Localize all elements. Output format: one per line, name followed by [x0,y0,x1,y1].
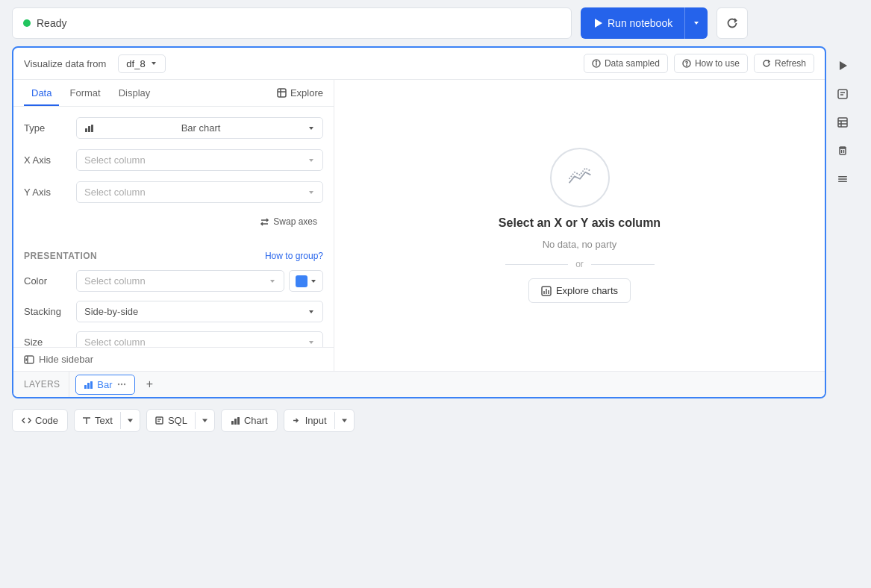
how-to-use-button[interactable]: How to use [674,54,748,73]
svg-rect-28 [87,383,90,389]
input-caret-icon [341,417,348,424]
color-row: Color Select column [24,270,323,292]
stacking-caret-icon [307,308,315,316]
sql-label: SQL [168,415,187,426]
run-button-main[interactable]: Run notebook [581,17,684,29]
code-button[interactable]: Code [12,409,68,432]
caret-down-icon [693,19,700,27]
svg-marker-0 [595,19,602,28]
trash-icon [837,145,849,157]
text-panel-icon [837,88,849,100]
text-button[interactable]: Text [75,410,120,431]
svg-marker-19 [309,310,313,313]
size-select[interactable]: Select column [76,331,323,347]
divider-line-left [505,264,569,265]
text-dropdown-button[interactable] [120,412,140,429]
how-to-group-link[interactable]: How to group? [265,251,323,261]
cell-tabs-bar: LAYERS Bar + [13,371,825,397]
chart-button[interactable]: Chart [221,409,278,432]
x-axis-row: X Axis Select column [24,149,323,171]
stacking-label: Stacking [24,306,69,317]
run-button-label: Run notebook [608,17,672,29]
svg-point-30 [117,384,119,385]
color-swatch-button[interactable] [289,270,323,292]
type-label: Type [24,122,69,134]
x-axis-select[interactable]: Select column [76,149,323,171]
table-panel-button[interactable] [831,110,855,134]
svg-rect-8 [278,89,286,97]
run-panel-button[interactable] [831,54,855,78]
swap-axes-button[interactable]: Swap axes [254,213,323,230]
visualize-label: Visualize data from [24,58,106,69]
trend-icon [566,164,593,191]
chart-divider: or [505,259,655,269]
svg-point-7 [687,65,687,66]
bar-layer-tab[interactable]: Bar [75,375,134,395]
size-row: Size Select column [24,331,323,347]
text-panel-button[interactable] [831,82,855,106]
sql-icon [154,416,164,425]
sql-dropdown-button[interactable] [195,412,214,429]
swap-axes-label: Swap axes [273,216,317,227]
refresh-small-icon [762,59,771,68]
code-label: Code [35,415,58,426]
presentation-section: PRESENTATION How to group? Color Select … [24,251,323,347]
stacking-value: Side-by-side [84,306,138,317]
input-dropdown-button[interactable] [334,412,354,429]
sql-button[interactable]: SQL [147,410,195,431]
color-select-group: Select column [76,270,323,292]
question-icon [682,59,691,68]
svg-rect-46 [838,181,847,183]
svg-marker-14 [309,127,313,130]
input-button[interactable]: Input [284,410,334,431]
presentation-title: PRESENTATION [24,251,97,261]
play-icon [593,18,603,28]
input-icon [292,416,302,425]
layers-label: LAYERS [24,372,69,397]
add-layer-button[interactable]: + [140,374,160,395]
data-sampled-label: Data sampled [605,58,660,69]
hide-sidebar-button[interactable]: Hide sidebar [13,347,334,371]
df-select[interactable]: df_8 [118,54,165,73]
svg-rect-27 [84,385,87,389]
bar-layer-menu-icon[interactable] [116,379,127,390]
explore-charts-button[interactable]: Explore charts [528,278,631,303]
svg-marker-17 [270,280,275,283]
bottom-toolbar: Code Text SQL [0,398,871,442]
run-button-caret[interactable] [685,19,708,27]
color-placeholder: Select column [84,275,146,287]
bar-chart-icon [84,123,94,133]
explore-label: Explore [290,87,323,98]
cell-header: Visualize data from df_8 Data sampled [13,48,825,80]
svg-rect-37 [838,118,847,127]
stacking-select[interactable]: Side-by-side [76,301,323,322]
how-to-use-label: How to use [695,58,740,69]
svg-rect-13 [91,125,93,132]
refresh-icon [726,17,738,29]
run-notebook-button[interactable]: Run notebook [581,7,708,39]
type-value: Bar chart [181,122,221,134]
svg-rect-54 [231,421,234,425]
tab-data[interactable]: Data [24,80,59,106]
status-dot [23,19,31,27]
svg-rect-45 [838,178,847,180]
swap-icon [260,217,269,227]
type-select[interactable]: Bar chart [76,117,323,139]
delete-panel-button[interactable] [831,139,855,163]
size-label: Size [24,337,69,347]
notebook-refresh-button[interactable] [717,7,748,39]
swap-axes-row: Swap axes [24,213,323,230]
tab-display[interactable]: Display [111,80,158,106]
svg-rect-41 [840,148,846,154]
tab-format[interactable]: Format [62,80,107,106]
menu-icon [837,173,849,185]
table-panel-icon [837,116,849,128]
refresh-button[interactable]: Refresh [754,54,814,73]
explore-button[interactable]: Explore [277,83,323,103]
y-axis-select[interactable]: Select column [76,181,323,203]
svg-rect-44 [838,176,847,178]
menu-panel-button[interactable] [831,167,855,191]
data-sampled-button[interactable]: Data sampled [584,54,668,73]
sidebar-tabs: Data Format Display Explore [13,80,334,107]
color-column-select[interactable]: Select column [76,270,284,292]
